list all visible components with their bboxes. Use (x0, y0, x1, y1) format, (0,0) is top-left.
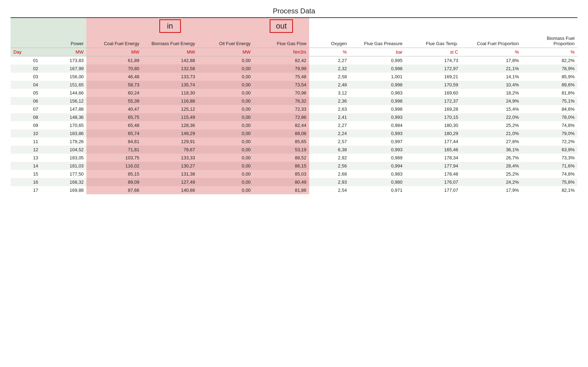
table-cell: 174,73 (405, 56, 461, 65)
table-cell: 03 (11, 73, 41, 81)
table-cell: 173,83 (41, 56, 86, 65)
unit-row: Day MW MW MW MW Nm3/s % bar st C % % (11, 48, 577, 56)
table-cell: 0,993 (350, 113, 405, 121)
fluetemp-unit: st C (405, 48, 461, 56)
table-cell: 180,29 (405, 129, 461, 137)
table-cell: 0,971 (350, 186, 405, 194)
table-cell: 17 (11, 186, 41, 194)
table-cell: 04 (11, 81, 41, 89)
table-cell: 0,00 (198, 146, 253, 154)
table-cell: 0,983 (350, 89, 405, 97)
out-label: out (270, 19, 293, 33)
table-cell: 65,75 (86, 113, 142, 121)
table-cell: 0,00 (198, 137, 253, 146)
table-cell: 177,44 (405, 137, 461, 146)
table-cell: 74,8% (522, 121, 577, 129)
empty-fluetemp-header (405, 18, 461, 34)
table-cell: 40,47 (86, 105, 142, 113)
table-cell: 0,00 (198, 154, 253, 162)
table-cell: 15 (11, 170, 41, 178)
table-cell: 0,980 (350, 178, 405, 186)
table-cell: 172,97 (405, 65, 461, 73)
table-cell: 0,00 (198, 121, 253, 129)
table-cell: 0,00 (198, 73, 253, 81)
table-cell: 180,30 (405, 121, 461, 129)
table-cell: 103,75 (86, 154, 142, 162)
table-cell: 135,74 (142, 81, 198, 89)
table-cell: 178,48 (405, 170, 461, 178)
table-cell: 1,001 (350, 73, 405, 81)
table-cell: 169,28 (405, 105, 461, 113)
table-cell: 74,8% (522, 170, 577, 178)
table-cell: 151,65 (41, 81, 86, 89)
table-row: 10183,8665,74149,290,0088,082,240,993180… (11, 129, 577, 137)
table-cell: 07 (11, 105, 41, 113)
oil-colheader: Oil Fuel Energy (198, 34, 253, 48)
process-data-table: in out Power Coal Fuel Energy Biomass Fu… (11, 18, 577, 194)
table-row: 07147,8840,47125,120,0072,332,630,998169… (11, 105, 577, 113)
table-cell: 18,2% (461, 89, 522, 97)
table-cell: 149,29 (142, 129, 198, 137)
empty-power-header (41, 18, 86, 34)
table-row: 02167,9970,80132,580,0079,992,320,998172… (11, 65, 577, 73)
table-cell: 17,8% (461, 56, 522, 65)
table-cell: 2,48 (309, 81, 350, 89)
table-cell: 2,56 (309, 162, 350, 170)
table-cell: 78,0% (522, 113, 577, 121)
table-cell: 115,49 (142, 113, 198, 121)
table-cell: 26,7% (461, 154, 522, 162)
biomassfuelprop-colheader: Biomass Fuel Proportion (522, 34, 577, 48)
power-colheader: Power (41, 34, 86, 48)
table-cell: 132,58 (142, 65, 198, 73)
table-cell: 0,00 (198, 170, 253, 178)
table-cell: 88,08 (253, 129, 309, 137)
table-cell: 27,8% (461, 137, 522, 146)
table-cell: 15,4% (461, 105, 522, 113)
table-cell: 0,00 (198, 178, 253, 186)
table-row: 15177,5085,15131,380,0085,032,680,983178… (11, 170, 577, 178)
table-cell: 72,2% (522, 137, 577, 146)
table-row: 08148,3665,75115,490,0072,862,410,993170… (11, 113, 577, 121)
coal-colheader: Coal Fuel Energy (86, 34, 142, 48)
table-cell: 87,66 (86, 186, 142, 194)
table-cell: 16 (11, 178, 41, 186)
table-cell: 133,33 (142, 154, 198, 162)
table-cell: 2,36 (309, 97, 350, 105)
table-cell: 104,52 (41, 146, 86, 154)
table-cell: 61,89 (86, 56, 142, 65)
table-cell: 2,32 (309, 65, 350, 73)
table-cell: 3,12 (309, 89, 350, 97)
table-cell: 88,52 (253, 154, 309, 162)
table-cell: 65,48 (86, 121, 142, 129)
table-cell: 2,58 (309, 73, 350, 81)
table-cell: 79,99 (253, 65, 309, 73)
table-cell: 24,2% (461, 178, 522, 186)
coal-unit: MW (86, 48, 142, 56)
table-cell: 167,99 (41, 65, 86, 73)
table-cell: 156,00 (41, 73, 86, 81)
table-row: 12104,5271,8179,670,0053,196,380,993165,… (11, 146, 577, 154)
table-cell: 156,12 (41, 97, 86, 105)
table-cell: 2,57 (309, 137, 350, 146)
table-cell: 63,9% (522, 146, 577, 154)
table-cell: 127,49 (142, 178, 198, 186)
table-cell: 08 (11, 113, 41, 121)
table-cell: 0,00 (198, 89, 253, 97)
table-cell: 168,32 (41, 178, 86, 186)
table-cell: 25,2% (461, 121, 522, 129)
biomass-colheader: Biomass Fuel Energy (142, 34, 198, 48)
table-cell: 147,88 (41, 105, 86, 113)
table-cell: 75,48 (253, 73, 309, 81)
table-cell: 0,993 (350, 146, 405, 154)
table-cell: 2,93 (309, 178, 350, 186)
table-cell: 28,4% (461, 162, 522, 170)
table-cell: 75,8% (522, 178, 577, 186)
table-cell: 71,6% (522, 162, 577, 170)
table-cell: 82,44 (253, 121, 309, 129)
table-cell: 0,984 (350, 121, 405, 129)
table-cell: 80,49 (253, 178, 309, 186)
table-cell: 70,80 (86, 65, 142, 73)
table-cell: 170,15 (405, 113, 461, 121)
table-cell: 01 (11, 56, 41, 65)
table-row: 17169,8887,66140,660,0081,862,540,971177… (11, 186, 577, 194)
